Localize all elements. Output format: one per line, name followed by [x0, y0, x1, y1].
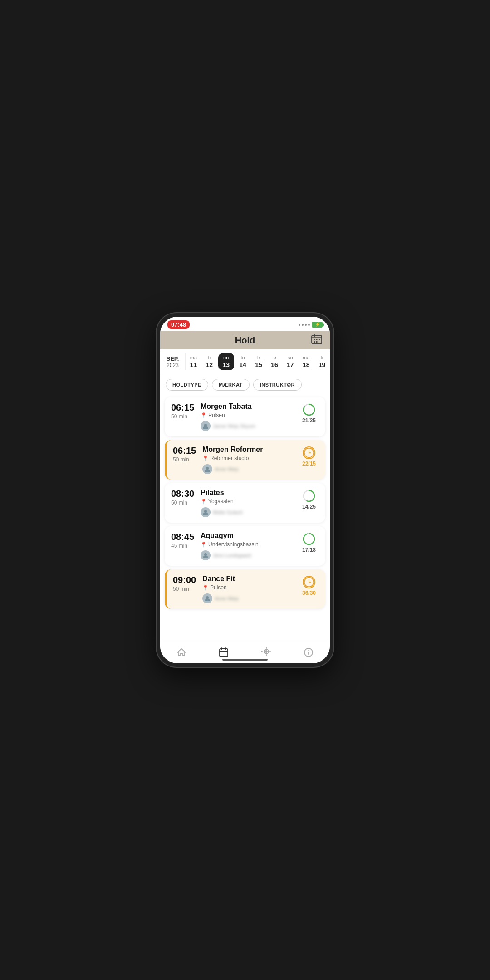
progress-circle	[303, 533, 315, 545]
class-card-0[interactable]: 06:15 50 min Morgen Tabata 📍 Pulsen Jann…	[165, 397, 325, 436]
dot-1	[299, 324, 300, 326]
day-name: to	[241, 355, 245, 360]
home-nav[interactable]	[172, 646, 191, 659]
day-name: sø	[288, 355, 293, 360]
calendar-icon-button[interactable]	[311, 333, 323, 347]
home-indicator[interactable]	[222, 659, 268, 661]
instructor-name: Anne Wejs	[215, 596, 239, 601]
day-cols: ma 11 ti 12 on 13 to 14 fr 15 lø 16 sø 1…	[186, 353, 330, 370]
svg-rect-6	[318, 339, 320, 340]
class-location: 📍 Pulsen	[202, 584, 294, 591]
class-time-block: 09:00 50 min	[173, 575, 198, 592]
class-location: 📍 Pulsen	[201, 412, 294, 418]
day-num: 11	[190, 361, 197, 368]
class-info: Dance Fit 📍 Pulsen Anne Wejs	[202, 575, 294, 603]
calendar-day-13[interactable]: on 13	[218, 353, 234, 370]
capacity-text: 22/15	[302, 461, 316, 467]
progress-circle	[303, 403, 315, 416]
svg-rect-5	[316, 339, 318, 340]
class-time: 06:15	[173, 446, 198, 456]
battery-icon: ⚡	[312, 322, 323, 328]
day-name: lø	[272, 355, 276, 360]
signal-dots	[299, 324, 310, 326]
class-card-1[interactable]: 06:15 50 min Morgen Reformer 📍 Reformer …	[165, 440, 325, 480]
day-num: 19	[318, 361, 326, 368]
calendar-day-16[interactable]: lø 16	[266, 353, 282, 370]
capacity-text: 17/18	[302, 547, 316, 553]
calendar-day-12[interactable]: ti 12	[201, 353, 217, 370]
class-duration: 50 min	[173, 586, 198, 592]
svg-point-31	[265, 651, 267, 652]
class-duration: 50 min	[173, 456, 198, 463]
class-info: Aquagym 📍 Undervisningsbassin Jens Lunds…	[201, 532, 294, 560]
location-pin-icon: 📍	[202, 585, 209, 591]
class-card-4[interactable]: 09:00 50 min Dance Fit 📍 Pulsen Anne Wej…	[165, 569, 325, 609]
calendar-day-11[interactable]: ma 11	[186, 353, 201, 370]
month-text: SEP.	[167, 355, 179, 362]
status-right: ⚡	[299, 322, 323, 328]
avatar	[201, 507, 211, 517]
class-duration: 50 min	[171, 500, 196, 506]
class-time-block: 08:45 45 min	[171, 532, 196, 549]
class-info: Morgen Reformer 📍 Reformer studio Anne W…	[202, 446, 294, 474]
filter-btn-0[interactable]: HOLDTYPE	[166, 379, 208, 391]
class-name: Dance Fit	[202, 575, 294, 583]
day-num: 15	[255, 361, 262, 368]
home-icon	[176, 647, 187, 658]
calendar-day-18[interactable]: ma 18	[298, 353, 314, 370]
dot-4	[308, 324, 310, 326]
calendar-day-17[interactable]: sø 17	[282, 353, 298, 370]
calendar-day-19[interactable]: ti 19	[314, 353, 330, 370]
class-time: 06:15	[171, 402, 196, 412]
schedule-nav[interactable]	[214, 646, 234, 659]
instructor-name: Anne Wejs	[215, 466, 239, 472]
day-num: 17	[287, 361, 294, 368]
filter-btn-2[interactable]: INSTRUKTØR	[253, 379, 302, 391]
class-location: 📍 Undervisningsbassin	[201, 541, 294, 548]
app-header: Hold	[160, 331, 330, 349]
class-instructor: Anne Wejs	[202, 593, 294, 603]
class-instructor: Janne Wejs Skyum	[201, 421, 294, 431]
day-num: 18	[303, 361, 310, 368]
class-location: 📍 Yogasalen	[201, 498, 294, 505]
class-duration: 45 min	[171, 543, 196, 549]
day-name: fr	[257, 355, 260, 360]
class-status: 22/15	[299, 446, 319, 467]
status-bar: 07:48 ⚡	[160, 317, 330, 331]
dot-3	[305, 324, 307, 326]
class-card-3[interactable]: 08:45 45 min Aquagym 📍 Undervisningsbass…	[165, 526, 325, 566]
day-num: 14	[239, 361, 246, 368]
svg-point-34	[309, 651, 309, 651]
class-info: Pilates 📍 Yogasalen Mette Gutach	[201, 489, 294, 517]
class-time: 08:45	[171, 532, 196, 542]
phone-screen: 07:48 ⚡ Hold	[160, 317, 330, 663]
class-name: Aquagym	[201, 532, 294, 540]
calendar-strip: SEP. 2023 ma 11 ti 12 on 13 to 14 fr 15 …	[160, 349, 330, 374]
class-time-block: 06:15 50 min	[173, 446, 198, 463]
class-status: 17/18	[299, 532, 319, 553]
class-card-2[interactable]: 08:30 50 min Pilates 📍 Yogasalen Mette G…	[165, 483, 325, 523]
svg-point-21	[304, 534, 314, 544]
capacity-text: 21/25	[302, 417, 316, 424]
class-time: 08:30	[171, 489, 196, 499]
day-name: ti	[321, 355, 323, 360]
class-duration: 50 min	[171, 413, 196, 420]
capacity-text: 36/30	[302, 590, 316, 596]
location-pin-icon: 📍	[202, 456, 209, 461]
day-name: ma	[303, 355, 309, 360]
info-nav[interactable]	[299, 646, 318, 659]
filter-btn-1[interactable]: MÆRKAT	[212, 379, 250, 391]
location-nav[interactable]	[256, 646, 276, 659]
calendar-day-15[interactable]: fr 15	[251, 353, 267, 370]
calendar-day-14[interactable]: to 14	[235, 353, 251, 370]
location-text: Pulsen	[208, 412, 225, 418]
avatar	[202, 464, 212, 474]
info-icon	[303, 647, 314, 658]
year-text: 2023	[167, 362, 179, 368]
class-status: 21/25	[299, 402, 319, 424]
svg-rect-26	[220, 649, 228, 657]
location-text: Undervisningsbassin	[208, 541, 259, 548]
class-status: 14/25	[299, 489, 319, 510]
class-info: Morgen Tabata 📍 Pulsen Janne Wejs Skyum	[201, 402, 294, 431]
location-text: Pulsen	[210, 584, 227, 591]
